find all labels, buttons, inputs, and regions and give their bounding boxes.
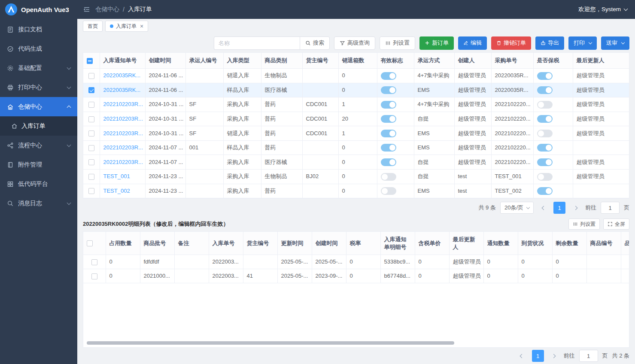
row-checkbox[interactable]	[88, 130, 94, 136]
sidebar-item-base-config[interactable]: 基础配置	[0, 58, 77, 78]
edit-button[interactable]: 编辑	[458, 36, 487, 50]
detail-row[interactable]: 02021000...2022003...412025-05-...2023-0…	[83, 269, 629, 283]
search-input[interactable]	[214, 36, 300, 50]
row-checkbox[interactable]	[88, 87, 94, 93]
bonded-toggle[interactable]	[537, 173, 553, 181]
cell-purchase-no: 20220035R...	[495, 72, 529, 79]
detail-row-checkbox[interactable]	[91, 259, 97, 265]
horizontal-scrollbar[interactable]	[87, 341, 454, 345]
cancel-order-button[interactable]: 撤销订单	[491, 36, 531, 50]
valid-flag-toggle[interactable]	[381, 86, 396, 94]
valid-flag-toggle[interactable]	[381, 187, 396, 195]
advanced-query-button[interactable]: 高级查询	[334, 36, 375, 50]
bonded-toggle[interactable]	[537, 187, 553, 195]
cell-return-boxes: 0	[342, 159, 345, 165]
bonded-toggle[interactable]	[537, 101, 553, 109]
detail-prev-page-button[interactable]	[517, 350, 528, 362]
sidebar-item-warehouse-center[interactable]: 仓储中心	[0, 97, 77, 116]
row-checkbox[interactable]	[88, 73, 94, 79]
order-row[interactable]: 20220035RK...2024-11-06 ...销退入库生物制品04+7集…	[83, 69, 629, 83]
row-checkbox[interactable]	[88, 116, 94, 122]
bonded-toggle[interactable]	[537, 144, 553, 152]
order-number-link[interactable]: 20220035RK...	[103, 87, 141, 93]
export-button[interactable]: 导出	[535, 36, 564, 50]
prev-page-button[interactable]	[538, 202, 549, 214]
order-row[interactable]: TEST_0012024-11-23 ...采购入库生物制品BJ020自提tes…	[83, 169, 629, 184]
detail-cell: 0	[109, 273, 112, 279]
order-number-link[interactable]: 2022102203R...	[103, 159, 143, 165]
select-all-checkbox[interactable]	[87, 58, 93, 64]
bonded-toggle[interactable]	[537, 158, 553, 166]
cell-purchase-no: TEST_001	[495, 173, 522, 179]
new-order-button[interactable]: 新订单	[419, 36, 454, 50]
logo-area[interactable]: OpenAuth Vue3	[0, 3, 77, 15]
row-checkbox[interactable]	[88, 188, 94, 194]
sidebar-item-code-gen[interactable]: 代码生成	[0, 39, 77, 58]
column-settings-button[interactable]: 列设置	[380, 36, 415, 50]
print-button[interactable]: 打印	[568, 36, 597, 50]
sidebar-item-inbound-orders[interactable]: 入库订单	[0, 116, 77, 136]
valid-flag-toggle[interactable]	[381, 144, 396, 152]
bonded-toggle[interactable]	[537, 115, 553, 123]
goto-page-input[interactable]	[601, 202, 620, 214]
detail-next-page-button[interactable]	[548, 350, 559, 362]
order-row[interactable]: TEST_0022024-11-23 ...采购入库普药0EMStestTEST…	[83, 184, 629, 198]
chevron-right-icon	[573, 206, 577, 210]
user-menu[interactable]: 欢迎您，System	[578, 6, 635, 13]
order-number-link[interactable]: 20220035RK...	[103, 72, 141, 79]
cell-return-boxes: 20	[342, 115, 348, 122]
order-row[interactable]: 2022102203R...2024-10-31 ...SF销退入库普药CDC0…	[83, 126, 629, 141]
detail-select-all-checkbox[interactable]	[87, 240, 93, 246]
order-number-link[interactable]: TEST_001	[103, 173, 130, 179]
sidebar-item-message-logs[interactable]: 消息日志	[0, 194, 77, 213]
sidebar-item-process-center[interactable]: 流程中心	[0, 136, 77, 155]
new-order-label: 新订单	[432, 39, 449, 47]
row-checkbox[interactable]	[88, 174, 94, 180]
order-number-link[interactable]: 2022102203R...	[103, 115, 143, 122]
order-row[interactable]: 2022102203R...2024-10-31 ...SF采购入库普药CDC0…	[83, 112, 629, 126]
bonded-toggle[interactable]	[537, 72, 553, 80]
detail-column-settings-button[interactable]: 列设置	[568, 218, 600, 230]
detail-goto-page-input[interactable]	[579, 350, 598, 362]
order-row[interactable]: 2022102203R...2024-11-07 ...001样品入库普药0EM…	[83, 140, 629, 155]
next-page-button[interactable]	[570, 202, 581, 214]
detail-row-checkbox[interactable]	[91, 273, 97, 279]
order-row[interactable]: 2022102203R...2024-10-31 ...SF采购入库普药CDC0…	[83, 97, 629, 112]
detail-row[interactable]: 0fdfdfdf2022003...2025-05-...2025-05-...…	[83, 255, 629, 269]
order-number-link[interactable]: TEST_002	[103, 188, 130, 194]
page-number-button[interactable]: 1	[553, 202, 565, 214]
approve-button[interactable]: 送审	[601, 36, 629, 50]
tab-home[interactable]: 首页	[83, 21, 103, 32]
row-checkbox[interactable]	[88, 159, 94, 165]
fullscreen-button[interactable]: 全屏	[603, 218, 629, 230]
collapse-sidebar-icon[interactable]	[83, 6, 90, 13]
row-checkbox[interactable]	[88, 145, 94, 151]
bonded-toggle[interactable]	[537, 130, 553, 137]
order-number-link[interactable]: 2022102203R...	[103, 144, 143, 151]
breadcrumb-parent[interactable]: 仓储中心	[95, 6, 119, 13]
valid-flag-toggle[interactable]	[381, 101, 396, 109]
bonded-toggle[interactable]	[537, 86, 553, 94]
cell-create-time: 2024-11-07 ...	[149, 159, 183, 165]
detail-cell: 0	[419, 273, 422, 279]
detail-page-number-button[interactable]: 1	[532, 350, 544, 362]
valid-flag-toggle[interactable]	[381, 158, 396, 166]
tab-inbound-orders[interactable]: 入库订单 ×	[105, 21, 148, 32]
sidebar-item-lowcode[interactable]: 低代码平台	[0, 174, 77, 194]
sidebar-item-print-center[interactable]: 打印中心	[0, 78, 77, 97]
page-size-select[interactable]: 20条/页	[500, 202, 534, 214]
valid-flag-toggle[interactable]	[381, 130, 396, 137]
order-row[interactable]: 20220035RK...2024-11-06 ...样品入库医疗器械0EMS超…	[83, 83, 629, 97]
row-checkbox[interactable]	[88, 102, 94, 108]
order-number-link[interactable]: 2022102203R...	[103, 130, 143, 136]
sidebar-item-attachments[interactable]: 附件管理	[0, 155, 77, 174]
order-number-link[interactable]: 2022102203R...	[103, 101, 143, 107]
close-icon[interactable]: ×	[140, 23, 143, 29]
sidebar-item-api-docs[interactable]: 接口文档	[0, 20, 77, 39]
search-button[interactable]: 搜索	[300, 36, 330, 50]
valid-flag-toggle[interactable]	[381, 173, 396, 181]
valid-flag-toggle[interactable]	[381, 115, 396, 123]
order-row[interactable]: 2022102203R...2024-11-07 ...采购入库医疗器械0自提超…	[83, 155, 629, 170]
detail-cell: 0	[556, 273, 559, 279]
valid-flag-toggle[interactable]	[381, 72, 396, 80]
